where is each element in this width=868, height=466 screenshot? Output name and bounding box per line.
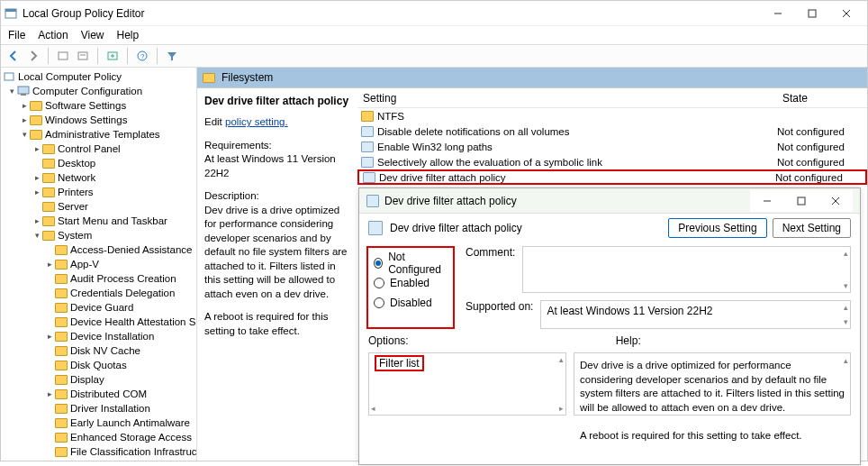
- back-button[interactable]: [5, 47, 23, 65]
- setting-state: Not configured: [777, 157, 863, 168]
- scroll-down-icon[interactable]: ▾: [844, 281, 848, 290]
- help-icon[interactable]: ?: [133, 47, 151, 65]
- scroll-up-icon[interactable]: ▴: [844, 249, 848, 258]
- close-button[interactable]: [829, 3, 863, 24]
- tree-item[interactable]: Driver Installation: [70, 403, 150, 414]
- tab-label: Filesystem: [222, 71, 273, 84]
- policy-icon: [361, 126, 374, 137]
- help-text: Dev drive is a drive optimized for perfo…: [580, 360, 845, 413]
- folder-icon: [42, 202, 55, 212]
- scroll-right-icon[interactable]: ▸: [559, 404, 564, 413]
- comment-textarea[interactable]: ▴▾: [522, 246, 851, 293]
- help-box: Dev drive is a drive optimized for perfo…: [574, 352, 851, 416]
- scroll-down-icon[interactable]: ▾: [844, 317, 848, 326]
- list-row[interactable]: Selectively allow the evaluation of a sy…: [357, 154, 867, 169]
- list-row[interactable]: Enable Win32 long pathsNot configured: [357, 139, 867, 154]
- toolbar-icon[interactable]: [54, 47, 72, 65]
- column-header: Setting State: [357, 88, 867, 108]
- dialog-titlebar: Dev drive filter attach policy: [359, 188, 860, 214]
- tree-item[interactable]: Administrative Templates: [45, 129, 160, 140]
- export-icon[interactable]: [104, 47, 122, 65]
- tree-item[interactable]: File Classification Infrastruc: [70, 446, 197, 457]
- filter-list-label: Filter list: [375, 355, 424, 371]
- radio-disabled[interactable]: Disabled: [374, 293, 448, 313]
- radio-not-configured[interactable]: Not Configured: [374, 253, 448, 273]
- menu-action[interactable]: Action: [38, 29, 68, 41]
- list-row[interactable]: NTFS: [357, 108, 867, 123]
- tree-item[interactable]: Windows Settings: [45, 114, 127, 125]
- tree-item[interactable]: Server: [58, 201, 88, 212]
- tree-item[interactable]: Network: [58, 172, 95, 183]
- tree-item[interactable]: Device Health Attestation S: [70, 316, 195, 327]
- expander-icon[interactable]: ▾: [6, 87, 17, 96]
- list-row-highlighted[interactable]: Dev drive filter attach policyNot config…: [357, 169, 867, 185]
- expander-icon[interactable]: ▸: [19, 115, 30, 124]
- scroll-up-icon[interactable]: ▴: [844, 355, 848, 366]
- policy-heading: Dev drive filter attach policy: [204, 94, 350, 108]
- next-setting-button[interactable]: Next Setting: [773, 218, 851, 238]
- tree-item[interactable]: Credentials Delegation: [70, 288, 175, 298]
- tree-item[interactable]: System: [58, 230, 92, 241]
- tree-item[interactable]: Audit Process Creation: [70, 273, 176, 284]
- tree-item[interactable]: Enhanced Storage Access: [70, 432, 192, 443]
- radio-enabled[interactable]: Enabled: [374, 273, 448, 293]
- forward-button[interactable]: [24, 47, 42, 65]
- scroll-left-icon[interactable]: ◂: [371, 404, 375, 413]
- expander-icon[interactable]: ▸: [44, 332, 55, 341]
- tree-item[interactable]: Desktop: [58, 158, 95, 169]
- tree-item[interactable]: Device Guard: [70, 302, 133, 313]
- tree-computer-config[interactable]: Computer Configuration: [32, 86, 142, 96]
- tree-item[interactable]: Printers: [58, 187, 94, 197]
- expander-icon[interactable]: ▸: [44, 260, 55, 269]
- expander-icon[interactable]: ▸: [32, 187, 42, 196]
- tab-header: Filesystem: [197, 68, 867, 87]
- tree-view[interactable]: Local Computer Policy ▾Computer Configur…: [1, 68, 197, 461]
- menu-view[interactable]: View: [81, 29, 104, 41]
- folder-icon: [203, 73, 215, 83]
- expander-icon[interactable]: ▾: [19, 130, 30, 139]
- tree-item[interactable]: Distributed COM: [70, 388, 147, 399]
- previous-setting-button[interactable]: Previous Setting: [668, 218, 766, 238]
- tree-item[interactable]: Early Launch Antimalware: [70, 417, 190, 428]
- window-title: Local Group Policy Editor: [23, 7, 144, 20]
- folder-icon: [42, 159, 55, 169]
- edit-policy-link[interactable]: policy setting.: [225, 116, 288, 127]
- expander-icon[interactable]: ▸: [44, 389, 55, 398]
- dialog-maximize-button[interactable]: [784, 190, 818, 212]
- reboot-text: A reboot is required for this setting to…: [204, 310, 350, 338]
- scroll-up-icon[interactable]: ▴: [844, 303, 848, 312]
- expander-icon[interactable]: ▸: [32, 173, 42, 182]
- minimize-button[interactable]: [761, 3, 795, 24]
- policy-icon: [366, 195, 379, 207]
- expander-icon[interactable]: ▸: [32, 144, 42, 153]
- filter-icon[interactable]: [163, 47, 181, 65]
- dialog-close-button[interactable]: [818, 190, 853, 212]
- tree-root[interactable]: Local Computer Policy: [18, 71, 122, 82]
- tree-item[interactable]: Disk Quotas: [70, 360, 127, 370]
- expander-icon[interactable]: ▾: [32, 231, 42, 240]
- col-state[interactable]: State: [777, 88, 867, 107]
- scroll-up-icon[interactable]: ▴: [559, 355, 564, 364]
- list-row[interactable]: Disable delete notifications on all volu…: [357, 123, 867, 139]
- tree-item[interactable]: Device Installation: [70, 331, 154, 342]
- col-setting[interactable]: Setting: [357, 88, 777, 107]
- edit-label: Edit: [204, 116, 222, 127]
- tree-item[interactable]: Control Panel: [58, 143, 121, 154]
- dialog-minimize-button[interactable]: [750, 190, 784, 212]
- toolbar-icon[interactable]: [74, 47, 92, 65]
- expander-icon[interactable]: ▸: [19, 101, 30, 110]
- options-box: Filter list ▴ ◂ ▸: [368, 352, 566, 416]
- maximize-button[interactable]: [795, 3, 829, 24]
- menu-file[interactable]: File: [8, 29, 25, 41]
- menu-help[interactable]: Help: [117, 29, 140, 41]
- radio-group: Not Configured Enabled Disabled: [366, 246, 455, 329]
- folder-icon: [55, 346, 68, 356]
- tree-item[interactable]: Disk NV Cache: [70, 345, 140, 356]
- folder-icon: [55, 375, 68, 385]
- tree-item[interactable]: Display: [70, 374, 104, 385]
- expander-icon[interactable]: ▸: [32, 216, 42, 225]
- tree-item[interactable]: Software Settings: [45, 100, 126, 111]
- tree-item[interactable]: App-V: [70, 259, 99, 270]
- tree-item[interactable]: Start Menu and Taskbar: [58, 215, 167, 226]
- tree-item[interactable]: Access-Denied Assistance: [70, 244, 193, 255]
